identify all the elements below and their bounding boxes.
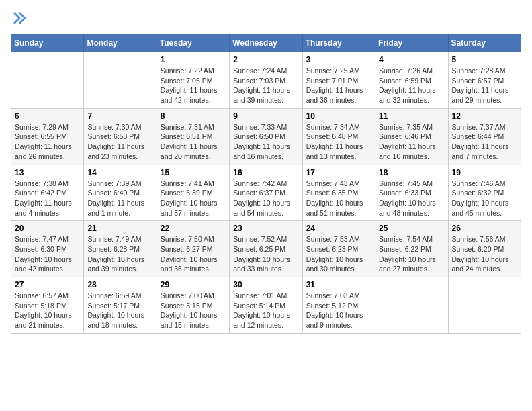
calendar-cell: 3Sunrise: 7:25 AMSunset: 7:01 PMDaylight… (302, 52, 375, 109)
day-info: Sunrise: 6:59 AMSunset: 5:17 PMDaylight:… (87, 291, 152, 330)
calendar-cell: 1Sunrise: 7:22 AMSunset: 7:05 PMDaylight… (157, 52, 229, 109)
day-number: 23 (233, 224, 298, 233)
day-number: 3 (306, 55, 371, 64)
day-info: Sunrise: 7:25 AMSunset: 7:01 PMDaylight:… (306, 66, 371, 105)
calendar-cell: 30Sunrise: 7:01 AMSunset: 5:14 PMDayligh… (230, 277, 302, 334)
day-number: 21 (87, 224, 152, 233)
calendar-week-row-4: 20Sunrise: 7:47 AMSunset: 6:30 PMDayligh… (11, 221, 521, 277)
day-info: Sunrise: 7:50 AMSunset: 6:27 PMDaylight:… (161, 234, 226, 274)
calendar-cell: 9Sunrise: 7:33 AMSunset: 6:50 PMDaylight… (230, 108, 302, 165)
calendar-cell: 28Sunrise: 6:59 AMSunset: 5:17 PMDayligh… (84, 277, 157, 334)
day-number: 20 (15, 224, 80, 233)
day-number: 4 (379, 55, 444, 64)
day-info: Sunrise: 7:29 AMSunset: 6:55 PMDaylight:… (15, 122, 80, 162)
calendar-cell (11, 52, 84, 109)
logo-icon (12, 11, 27, 26)
day-number: 6 (15, 111, 80, 121)
day-info: Sunrise: 7:47 AMSunset: 6:30 PMDaylight:… (15, 234, 80, 274)
day-number: 17 (306, 168, 371, 177)
day-number: 5 (452, 55, 517, 64)
calendar-cell: 26Sunrise: 7:56 AMSunset: 6:20 PMDayligh… (448, 221, 521, 277)
calendar-header-row: SundayMondayTuesdayWednesdayThursdayFrid… (11, 34, 521, 52)
calendar-cell: 11Sunrise: 7:35 AMSunset: 6:46 PMDayligh… (375, 108, 448, 165)
calendar-cell: 6Sunrise: 7:29 AMSunset: 6:55 PMDaylight… (11, 108, 84, 165)
day-info: Sunrise: 7:01 AMSunset: 5:14 PMDaylight:… (233, 291, 298, 330)
day-info: Sunrise: 7:38 AMSunset: 6:42 PMDaylight:… (15, 179, 80, 218)
day-number: 26 (452, 224, 517, 233)
day-number: 16 (233, 168, 298, 177)
day-info: Sunrise: 7:28 AMSunset: 6:57 PMDaylight:… (452, 66, 517, 105)
calendar-cell: 19Sunrise: 7:46 AMSunset: 6:32 PMDayligh… (448, 165, 521, 221)
calendar-cell: 29Sunrise: 7:00 AMSunset: 5:15 PMDayligh… (157, 277, 229, 334)
day-info: Sunrise: 7:41 AMSunset: 6:39 PMDaylight:… (161, 179, 226, 218)
weekday-header-saturday: Saturday (448, 34, 521, 52)
day-number: 24 (306, 224, 371, 233)
weekday-header-wednesday: Wednesday (230, 34, 302, 52)
calendar-cell: 25Sunrise: 7:54 AMSunset: 6:22 PMDayligh… (375, 221, 448, 277)
day-info: Sunrise: 7:54 AMSunset: 6:22 PMDaylight:… (379, 234, 444, 274)
day-info: Sunrise: 7:03 AMSunset: 5:12 PMDaylight:… (306, 291, 371, 330)
day-number: 12 (452, 111, 517, 121)
day-info: Sunrise: 7:49 AMSunset: 6:28 PMDaylight:… (87, 234, 152, 274)
calendar-cell: 10Sunrise: 7:34 AMSunset: 6:48 PMDayligh… (302, 108, 375, 165)
calendar-cell: 23Sunrise: 7:52 AMSunset: 6:25 PMDayligh… (230, 221, 302, 277)
calendar-cell: 7Sunrise: 7:30 AMSunset: 6:53 PMDaylight… (84, 108, 157, 165)
day-number: 19 (452, 168, 517, 177)
day-number: 9 (233, 111, 298, 121)
calendar-cell: 15Sunrise: 7:41 AMSunset: 6:39 PMDayligh… (157, 165, 229, 221)
day-number: 11 (379, 111, 444, 121)
day-info: Sunrise: 7:42 AMSunset: 6:37 PMDaylight:… (233, 179, 298, 218)
day-number: 28 (87, 280, 152, 289)
day-info: Sunrise: 7:56 AMSunset: 6:20 PMDaylight:… (452, 234, 517, 274)
calendar-cell: 5Sunrise: 7:28 AMSunset: 6:57 PMDaylight… (448, 52, 521, 109)
logo (11, 11, 27, 26)
day-number: 18 (379, 168, 444, 177)
weekday-header-monday: Monday (84, 34, 157, 52)
calendar-cell (375, 277, 448, 334)
day-info: Sunrise: 7:22 AMSunset: 7:05 PMDaylight:… (161, 66, 226, 105)
day-number: 30 (233, 280, 298, 289)
day-info: Sunrise: 7:43 AMSunset: 6:35 PMDaylight:… (306, 179, 371, 218)
calendar-cell: 12Sunrise: 7:37 AMSunset: 6:44 PMDayligh… (448, 108, 521, 165)
calendar-cell: 22Sunrise: 7:50 AMSunset: 6:27 PMDayligh… (157, 221, 229, 277)
day-number: 7 (87, 111, 152, 121)
day-number: 13 (15, 168, 80, 177)
calendar-cell (448, 277, 521, 334)
day-number: 2 (233, 55, 298, 64)
day-info: Sunrise: 7:33 AMSunset: 6:50 PMDaylight:… (233, 122, 298, 162)
day-info: Sunrise: 7:45 AMSunset: 6:33 PMDaylight:… (379, 179, 444, 218)
calendar-cell: 21Sunrise: 7:49 AMSunset: 6:28 PMDayligh… (84, 221, 157, 277)
day-number: 14 (87, 168, 152, 177)
calendar-cell: 18Sunrise: 7:45 AMSunset: 6:33 PMDayligh… (375, 165, 448, 221)
calendar-table: SundayMondayTuesdayWednesdayThursdayFrid… (11, 34, 521, 334)
weekday-header-sunday: Sunday (11, 34, 84, 52)
day-info: Sunrise: 7:35 AMSunset: 6:46 PMDaylight:… (379, 122, 444, 162)
calendar-cell: 27Sunrise: 6:57 AMSunset: 5:18 PMDayligh… (11, 277, 84, 334)
calendar-cell: 16Sunrise: 7:42 AMSunset: 6:37 PMDayligh… (230, 165, 302, 221)
calendar-week-row-5: 27Sunrise: 6:57 AMSunset: 5:18 PMDayligh… (11, 277, 521, 334)
weekday-header-thursday: Thursday (302, 34, 375, 52)
calendar-cell: 24Sunrise: 7:53 AMSunset: 6:23 PMDayligh… (302, 221, 375, 277)
day-info: Sunrise: 7:53 AMSunset: 6:23 PMDaylight:… (306, 234, 371, 274)
day-info: Sunrise: 7:30 AMSunset: 6:53 PMDaylight:… (87, 122, 152, 162)
day-info: Sunrise: 7:26 AMSunset: 6:59 PMDaylight:… (379, 66, 444, 105)
day-info: Sunrise: 7:24 AMSunset: 7:03 PMDaylight:… (233, 66, 298, 105)
day-info: Sunrise: 7:39 AMSunset: 6:40 PMDaylight:… (87, 179, 152, 218)
day-number: 25 (379, 224, 444, 233)
calendar-cell (84, 52, 157, 109)
calendar-week-row-1: 1Sunrise: 7:22 AMSunset: 7:05 PMDaylight… (11, 52, 521, 109)
calendar-cell: 31Sunrise: 7:03 AMSunset: 5:12 PMDayligh… (302, 277, 375, 334)
page-header (11, 11, 521, 26)
day-number: 27 (15, 280, 80, 289)
calendar-cell: 2Sunrise: 7:24 AMSunset: 7:03 PMDaylight… (230, 52, 302, 109)
day-number: 8 (161, 111, 226, 121)
day-info: Sunrise: 7:31 AMSunset: 6:51 PMDaylight:… (161, 122, 226, 162)
day-number: 10 (306, 111, 371, 121)
day-info: Sunrise: 7:52 AMSunset: 6:25 PMDaylight:… (233, 234, 298, 274)
day-number: 15 (161, 168, 226, 177)
day-info: Sunrise: 7:34 AMSunset: 6:48 PMDaylight:… (306, 122, 371, 162)
day-number: 31 (306, 280, 371, 289)
day-number: 29 (161, 280, 226, 289)
calendar-cell: 13Sunrise: 7:38 AMSunset: 6:42 PMDayligh… (11, 165, 84, 221)
day-info: Sunrise: 6:57 AMSunset: 5:18 PMDaylight:… (15, 291, 80, 330)
